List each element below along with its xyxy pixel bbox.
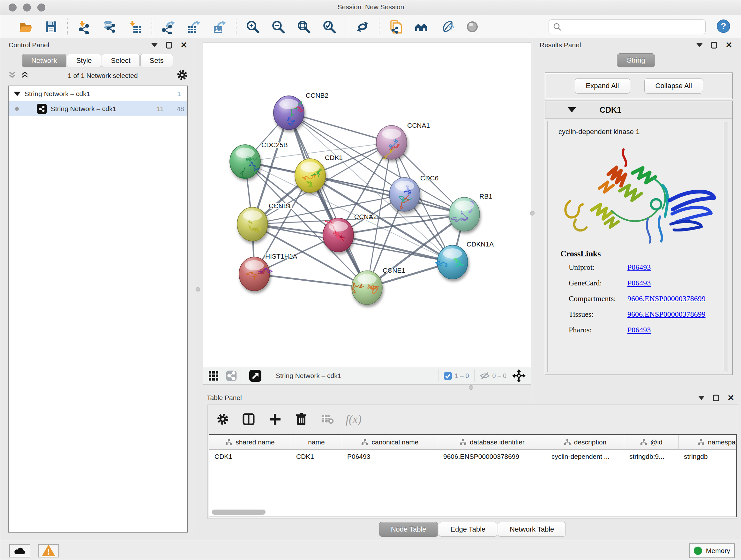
import-network-database-icon [103,20,117,34]
memory-button[interactable]: Memory [689,543,735,558]
save-session-button[interactable] [43,19,59,35]
import-network-database-button[interactable] [102,19,118,35]
expand-all-icon[interactable] [21,71,29,80]
node-CDK1[interactable]: CDK1 [295,154,343,192]
gene-section-header[interactable]: CDK1 [545,101,732,119]
horizontal-splitter-handle[interactable] [469,385,473,390]
left-splitter[interactable] [194,39,194,535]
string-home-button[interactable] [413,19,429,35]
crosslink-link[interactable]: 9606.ENSP00000378699 [627,294,705,303]
edge-CCNB2-CCNA1[interactable] [289,113,392,142]
current-network-title: String Network – cdk1 [276,372,433,380]
minimize-panel-icon[interactable] [698,396,704,400]
zoom-in-button[interactable] [245,19,261,35]
network-row[interactable]: String Network – cdk1 11 48 [9,101,187,116]
column-header-database-identifier[interactable]: database identifier [438,435,546,449]
help-icon: ? [717,19,731,33]
delete-column-button[interactable] [293,411,309,427]
float-panel-icon[interactable] [166,42,172,49]
export-image-button[interactable] [212,19,227,35]
column-header-name[interactable]: name [291,435,342,449]
right-splitter-handle[interactable] [530,211,535,215]
tab-network[interactable]: Network [22,54,66,67]
tab-string[interactable]: String [617,53,655,67]
delete-table-button[interactable] [320,411,335,427]
close-panel-icon[interactable]: ✕ [727,395,734,401]
svg-text:?: ? [721,21,726,31]
hidden-eye-icon[interactable] [480,371,490,380]
collapse-caret-icon[interactable] [14,91,21,96]
column-header-namespace[interactable]: namespace [679,435,737,449]
tab-network-table[interactable]: Network Table [498,522,566,537]
column-header-shared-name[interactable]: shared name [209,435,291,449]
birds-eye-view-icon[interactable] [248,368,262,384]
zoom-out-button[interactable] [270,19,286,35]
network-canvas[interactable]: CCNB2 CCNA1 CDC25B CDK1 CDC6 RB1 [203,43,531,367]
minimize-panel-icon[interactable] [151,43,158,47]
export-network-button[interactable] [160,19,177,35]
float-panel-icon[interactable] [713,395,719,401]
node-CCNA1[interactable]: CCNA1 [376,122,430,159]
search-input[interactable] [564,23,701,30]
collapse-section-icon[interactable] [568,107,576,112]
network-share-icon[interactable] [225,368,238,384]
gear-icon[interactable] [177,69,188,82]
crosslink-link[interactable]: 9606.ENSP00000378699 [627,310,705,319]
left-splitter-handle[interactable] [196,287,200,292]
fit-selected-crosshair-icon[interactable] [512,368,526,384]
network-row-label: String Network – cdk1 [51,105,116,113]
node-RB1[interactable]: RB1 [449,192,492,231]
edge-CCNA2-CDKN1A[interactable] [338,235,453,262]
float-panel-icon[interactable] [711,42,717,49]
open-file-button[interactable] [17,19,33,35]
tab-node-table[interactable]: Node Table [379,522,438,537]
refresh-button[interactable] [354,19,370,35]
tab-select[interactable]: Select [102,54,140,67]
grid-view-icon[interactable] [207,368,220,384]
minimize-panel-icon[interactable] [696,43,703,47]
column-type-icon [697,439,704,445]
checkbox-icon[interactable] [444,372,452,380]
column-header-canonical-name[interactable]: canonical name [342,435,438,449]
table-row[interactable]: CDK1CDK1P064939606.ENSP00000378699cyclin… [209,449,736,463]
tab-sets[interactable]: Sets [140,54,173,67]
table-horizontal-scrollbar[interactable] [212,509,266,515]
column-header--id[interactable]: @id [624,435,679,449]
table-toolbar: f(x) [208,405,738,434]
tab-edge-table[interactable]: Edge Table [439,522,497,537]
edge-HIST1H1A-CCNE1[interactable] [254,274,367,288]
node-CCNB1[interactable]: CCNB1 [237,202,291,241]
columns-button[interactable] [241,411,257,427]
node-HIST1H1A[interactable]: HIST1H1A [239,253,297,291]
cloud-status-button[interactable] [9,544,30,557]
clone-network-button[interactable] [388,19,404,35]
zoom-selected-button[interactable] [321,19,337,35]
enrichment-button[interactable] [439,19,455,35]
crosslink-link[interactable]: P06493 [627,279,651,287]
results-scrollbar[interactable] [724,122,727,371]
collapse-all-button[interactable]: Collapse All [644,78,703,94]
warning-status-button[interactable] [38,544,59,557]
expand-all-button[interactable]: Expand All [575,78,630,94]
function-builder-button[interactable]: f(x) [346,413,361,426]
gear-button[interactable] [215,411,231,427]
add-column-button[interactable] [267,411,283,427]
crosslink-link[interactable]: P06493 [627,263,651,272]
collapse-all-icon[interactable] [8,71,16,80]
network-graph[interactable]: CCNB2 CCNA1 CDC25B CDK1 CDC6 RB1 [203,43,531,367]
tab-style[interactable]: Style [67,54,101,67]
help-button[interactable]: ? [717,19,731,35]
close-panel-icon[interactable]: ✕ [180,42,187,48]
import-network-file-button[interactable] [76,19,92,35]
zoom-fit-button[interactable] [296,19,312,35]
import-table-button[interactable] [127,19,143,35]
export-table-button[interactable] [186,19,202,35]
close-panel-icon[interactable]: ✕ [725,42,732,48]
orb-button[interactable] [464,19,480,35]
crosslink-link[interactable]: P06493 [627,326,651,334]
edge-CCNB2-CCNE1[interactable] [289,113,367,288]
column-type-icon [640,439,647,445]
network-collection-row[interactable]: String Network – cdk1 1 [9,86,187,101]
zoom-fit-icon [297,20,311,34]
column-header-description[interactable]: description [546,435,624,449]
